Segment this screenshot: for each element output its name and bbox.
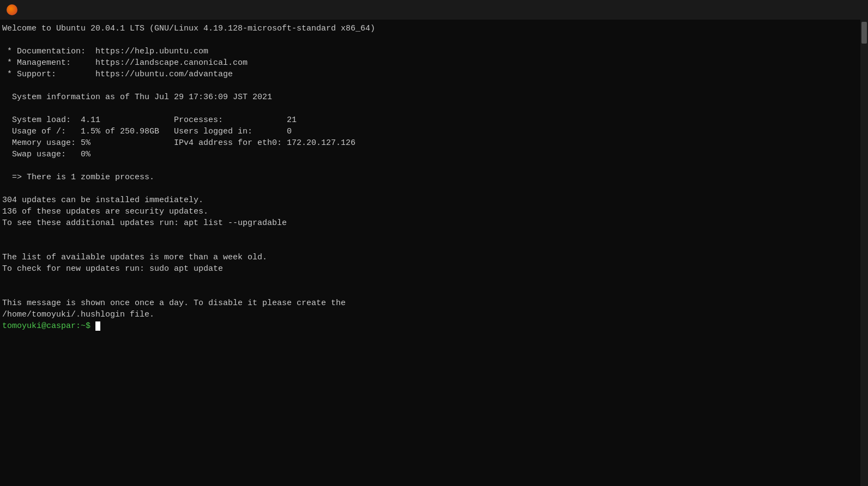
close-button[interactable]	[836, 0, 861, 20]
title-bar	[0, 0, 868, 20]
maximize-button[interactable]	[811, 0, 836, 20]
ubuntu-icon	[7, 4, 17, 15]
terminal-cursor	[95, 321, 100, 331]
title-bar-buttons	[786, 0, 861, 20]
scrollbar-thumb[interactable]	[861, 22, 867, 44]
title-bar-left	[7, 4, 22, 15]
terminal-window: Welcome to Ubuntu 20.04.1 LTS (GNU/Linux…	[0, 0, 868, 486]
terminal-content[interactable]: Welcome to Ubuntu 20.04.1 LTS (GNU/Linux…	[0, 20, 860, 486]
terminal-body: Welcome to Ubuntu 20.04.1 LTS (GNU/Linux…	[0, 20, 868, 486]
minimize-button[interactable]	[786, 0, 811, 20]
scrollbar[interactable]	[860, 20, 868, 486]
